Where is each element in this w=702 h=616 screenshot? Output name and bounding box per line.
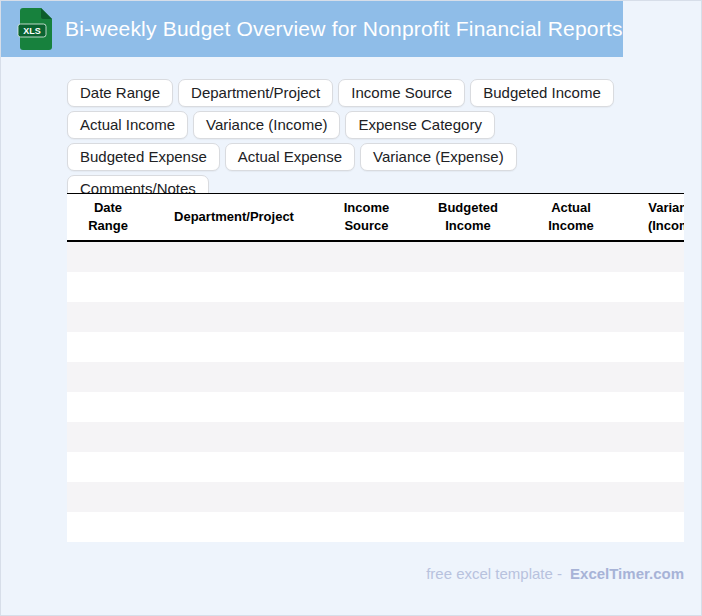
table-cell [414,332,522,362]
table-cell [67,392,149,422]
table-cell [414,362,522,392]
chip-variance-expense[interactable]: Variance (Expense) [360,143,517,171]
table-cell [319,241,414,272]
table-row [67,332,684,362]
table-cell [67,302,149,332]
chip-department-project[interactable]: Department/Project [178,79,333,107]
table-cell [522,422,620,452]
table-cell [620,512,684,542]
table-row [67,362,684,392]
table-cell [620,332,684,362]
footer: free excel template -ExcelTimer.com [426,564,684,584]
table-row [67,482,684,512]
table-cell [149,512,319,542]
column-header-income-source: Income Source [319,194,414,242]
table-cell [522,332,620,362]
table-cell [149,452,319,482]
table-cell [319,512,414,542]
column-header-variance-income: Variance (Income) [620,194,684,242]
table-cell [319,392,414,422]
table-cell [319,302,414,332]
table-cell [149,422,319,452]
chip-budgeted-expense[interactable]: Budgeted Expense [67,143,220,171]
table-cell [67,482,149,512]
table-cell [620,272,684,302]
footer-text: free excel template - [426,565,562,582]
column-header-actual-income: Actual Income [522,194,620,242]
table-cell [620,422,684,452]
table-cell [620,392,684,422]
table-cell [414,302,522,332]
table-cell [319,332,414,362]
footer-brand-link[interactable]: ExcelTimer.com [570,565,684,582]
table-cell [620,452,684,482]
table-cell [319,272,414,302]
page: XLS Bi-weekly Budget Overview for Nonpro… [0,0,702,616]
table-row [67,302,684,332]
column-header-budgeted-income: Budgeted Income [414,194,522,242]
table-cell [149,241,319,272]
table-cell [414,272,522,302]
table-cell [319,482,414,512]
table-cell [67,332,149,362]
chip-actual-income[interactable]: Actual Income [67,111,188,139]
title-banner: XLS Bi-weekly Budget Overview for Nonpro… [1,1,623,57]
table-cell [414,422,522,452]
table-cell [522,362,620,392]
table-cell [149,302,319,332]
column-header-department-project: Department/Project [149,194,319,242]
chip-variance-income[interactable]: Variance (Income) [193,111,340,139]
table-cell [67,272,149,302]
table-cell [414,241,522,272]
table-cell [149,482,319,512]
table-cell [620,362,684,392]
table-cell [149,362,319,392]
table-cell [67,241,149,272]
table-cell [67,452,149,482]
table-cell [522,392,620,422]
table-cell [319,362,414,392]
table-cell [522,482,620,512]
table-cell [67,512,149,542]
budget-table-container: Date Range Department/Project Income Sou… [67,193,684,542]
table-cell [67,362,149,392]
table-cell [319,422,414,452]
table-cell [620,482,684,512]
page-title: Bi-weekly Budget Overview for Nonprofit … [65,17,623,41]
chip-expense-category[interactable]: Expense Category [345,111,494,139]
chip-date-range[interactable]: Date Range [67,79,173,107]
budget-table: Date Range Department/Project Income Sou… [67,193,684,542]
table-cell [414,452,522,482]
column-chip-list: Date Range Department/Project Income Sou… [67,79,642,203]
xls-file-icon: XLS [17,7,53,51]
table-cell [620,302,684,332]
table-cell [522,272,620,302]
table-cell [522,452,620,482]
table-cell [149,272,319,302]
table-row [67,272,684,302]
chip-income-source[interactable]: Income Source [338,79,465,107]
table-cell [149,332,319,362]
table-row [67,512,684,542]
table-cell [620,241,684,272]
table-cell [319,452,414,482]
xls-icon-label: XLS [23,26,41,36]
table-cell [414,512,522,542]
table-cell [522,512,620,542]
table-cell [414,482,522,512]
table-header-row: Date Range Department/Project Income Sou… [67,194,684,242]
chip-budgeted-income[interactable]: Budgeted Income [470,79,614,107]
table-row [67,422,684,452]
table-row [67,241,684,272]
column-header-date-range: Date Range [67,194,149,242]
table-cell [67,422,149,452]
chip-actual-expense[interactable]: Actual Expense [225,143,355,171]
table-row [67,452,684,482]
table-row [67,392,684,422]
table-cell [414,392,522,422]
table-cell [149,392,319,422]
table-cell [522,241,620,272]
table-cell [522,302,620,332]
